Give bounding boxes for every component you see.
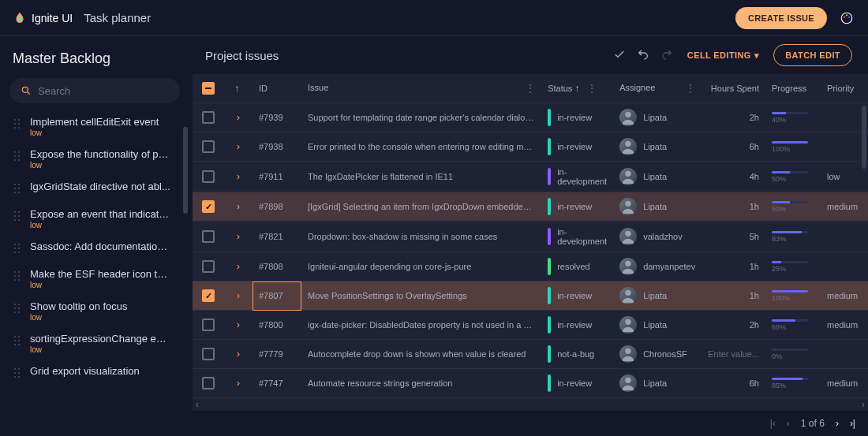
id-cell[interactable]: #7821 [253,222,301,252]
row-checkbox[interactable] [202,111,215,124]
priority-cell[interactable]: medium [821,369,868,398]
hours-cell[interactable]: 2h [702,103,765,132]
table-row[interactable]: ›#7747Automate resource strings generati… [193,369,868,398]
hours-cell[interactable]: 2h [702,311,765,340]
id-cell[interactable]: #7800 [253,311,301,340]
hours-cell[interactable]: 6h [702,132,765,162]
assignee-cell[interactable]: damyanpetev [619,258,695,275]
commit-icon[interactable] [613,48,626,63]
priority-cell[interactable]: medium [821,192,868,222]
table-row[interactable]: ›#7939Support for templating date range … [193,103,868,132]
backlog-item[interactable]: sortingExpressionChange eve...low [9,328,174,360]
row-checkbox[interactable] [202,289,215,302]
assignee-cell[interactable]: Lipata [619,138,695,155]
table-row[interactable]: ›#7779Autocomplete drop down is shown wh… [193,340,868,369]
status-cell[interactable]: in-review [548,198,607,215]
backlog-item[interactable]: Show tooltip on focuslow [9,296,174,328]
theme-toggle-button[interactable] [838,9,855,27]
table-row[interactable]: ›#7938Error printed to the console when … [193,132,868,162]
backlog-item[interactable]: IgxGridState directive not abl... [9,176,174,203]
issue-cell[interactable]: Igniteui-angular depending on core-js-pu… [301,252,541,281]
header-id[interactable]: ID [253,74,301,103]
row-checkbox[interactable] [202,170,215,183]
issue-cell[interactable]: Automate resource strings generation [301,369,541,398]
first-page-button[interactable]: |‹ [770,418,776,429]
table-row[interactable]: ›#7911The IgxDatePicker is flattened in … [193,162,868,192]
issue-cell[interactable]: Error printed to the console when enteri… [301,132,541,162]
priority-cell[interactable] [821,103,868,132]
hours-cell[interactable]: 1h [702,281,765,311]
next-page-button[interactable]: › [836,418,839,429]
search-box[interactable] [9,78,180,103]
header-issue[interactable]: Issue⋮ [301,74,541,103]
header-sort-indicator[interactable]: ↑ [224,74,253,103]
table-row[interactable]: ›#7800igx-date-picker: DisabledDates pro… [193,311,868,340]
priority-cell[interactable]: medium [821,311,868,340]
expand-chevron-icon[interactable]: › [237,319,240,330]
status-cell[interactable]: in-development [548,227,607,246]
hours-cell[interactable]: 4h [702,162,765,192]
cell-editing-dropdown[interactable]: CELL EDITING ▾ [687,50,759,61]
header-checkbox[interactable] [193,74,224,103]
horizontal-scrollbar[interactable]: ‹ › [193,398,868,411]
drag-handle-icon[interactable] [13,150,22,165]
drag-handle-icon[interactable] [13,117,22,132]
status-cell[interactable]: in-review [548,138,607,155]
status-cell[interactable]: not-a-bug [548,345,607,363]
assignee-cell[interactable]: Lipata [619,109,695,126]
table-row[interactable]: ›#7807Move PositionSettings to OverlaySe… [193,281,868,311]
issue-cell[interactable]: [IgxGrid] Selecting an item from IgxDrop… [301,192,541,222]
issue-cell[interactable]: Support for templating date range picker… [301,103,541,132]
priority-cell[interactable] [821,340,868,369]
backlog-item[interactable]: Expose an event that indicate...low [9,203,174,236]
scroll-right-icon[interactable]: › [862,399,865,410]
last-page-button[interactable]: ›| [850,418,855,429]
column-menu-icon[interactable]: ⋮ [686,83,695,94]
hours-placeholder[interactable]: Enter value... [708,349,759,359]
issue-cell[interactable]: Autocomplete drop down is shown when val… [301,340,541,369]
backlog-item[interactable]: Expose the functionality of pri...low [9,143,174,176]
header-hours[interactable]: Hours Spent [702,74,765,103]
hours-cell[interactable]: 1h [702,252,765,281]
row-checkbox[interactable] [202,319,215,331]
batch-edit-button[interactable]: BATCH EDIT [773,44,852,66]
table-row[interactable]: ›#7898[IgxGrid] Selecting an item from I… [193,192,868,222]
priority-cell[interactable] [821,222,868,252]
backlog-item[interactable]: Make the ESF header icon te...low [9,263,174,296]
table-row[interactable]: ›#7808Igniteui-angular depending on core… [193,252,868,281]
assignee-cell[interactable]: Lipata [619,287,695,304]
expand-chevron-icon[interactable]: › [237,171,240,182]
issue-cell[interactable]: igx-date-picker: DisabledDates property … [301,311,541,340]
drag-handle-icon[interactable] [13,334,22,349]
expand-chevron-icon[interactable]: › [237,290,240,301]
expand-chevron-icon[interactable]: › [237,231,240,242]
search-input[interactable] [38,85,169,97]
issue-cell[interactable]: Move PositionSettings to OverlaySettings [301,281,541,311]
create-issue-button[interactable]: CREATE ISSUE [735,7,827,29]
expand-chevron-icon[interactable]: › [237,348,240,360]
id-cell[interactable]: #7911 [253,162,301,192]
id-cell[interactable]: #7747 [253,369,301,398]
grid-scrollbar[interactable] [862,106,866,169]
id-cell[interactable]: #7808 [253,252,301,281]
expand-chevron-icon[interactable]: › [237,378,240,389]
drag-handle-icon[interactable] [13,182,22,197]
row-checkbox[interactable] [202,348,215,360]
id-cell[interactable]: #7898 [253,192,301,222]
header-assignee[interactable]: Assignee⋮ [613,74,702,103]
row-checkbox[interactable] [202,230,215,243]
expand-chevron-icon[interactable]: › [237,261,240,272]
hours-cell[interactable]: 1h [702,192,765,222]
row-checkbox[interactable] [202,260,215,273]
backlog-item[interactable]: Implement cellEditExit eventlow [9,111,174,143]
assignee-cell[interactable]: Lipata [619,375,695,392]
status-cell[interactable]: in-review [548,109,607,126]
priority-cell[interactable] [821,132,868,162]
status-cell[interactable]: in-review [548,287,607,304]
header-status[interactable]: Status ↑⋮ [541,74,613,103]
row-checkbox[interactable] [202,200,215,213]
prev-page-button[interactable]: ‹ [787,418,790,429]
priority-cell[interactable] [821,252,868,281]
row-checkbox[interactable] [202,140,215,153]
row-checkbox[interactable] [202,377,215,389]
